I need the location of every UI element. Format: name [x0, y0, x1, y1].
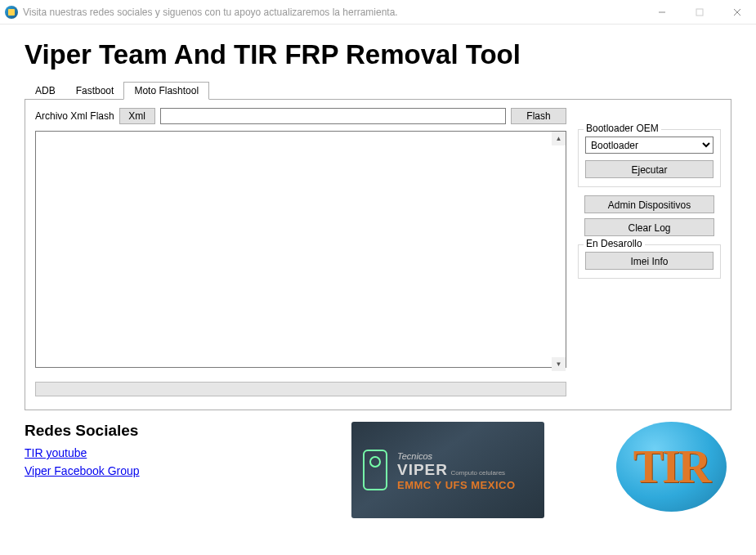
social-heading: Redes Sociales	[25, 422, 335, 440]
en-desarrollo-fieldset: En Desarollo Imei Info	[578, 244, 721, 279]
tab-moto-flashtool[interactable]: Moto Flashtool	[123, 82, 209, 100]
xml-path-input[interactable]	[160, 108, 506, 124]
window-titlebar: Visita nuestras redes sociales y sigueno…	[0, 0, 756, 25]
log-textarea[interactable]	[35, 131, 566, 368]
tir-logo-circle: TIR	[616, 422, 727, 512]
scroll-up-icon[interactable]: ▲	[552, 132, 566, 145]
banner-tecnicos: Tecnicos	[397, 451, 538, 461]
banner-sub: Computo celulares	[450, 469, 505, 477]
xml-button[interactable]: Xml	[119, 108, 155, 124]
window-title: Visita nuestras redes sociales y sigueno…	[23, 7, 643, 18]
tab-panel-moto: Archivo Xml Flash Xml Flash ▲ ▼ Bootload…	[25, 100, 731, 410]
bootloader-fieldset: Bootloader OEM Bootloader Ejecutar	[578, 129, 721, 187]
bootloader-select[interactable]: Bootloader	[585, 137, 714, 154]
tab-bar: ADB Fastboot Moto Flashtool	[25, 82, 731, 100]
link-viper-facebook[interactable]: Viper Facebook Group	[25, 464, 335, 477]
social-column: Redes Sociales TIR youtube Viper Faceboo…	[25, 422, 335, 482]
flash-button[interactable]: Flash	[511, 108, 566, 124]
tab-adb[interactable]: ADB	[25, 82, 66, 99]
imei-info-button[interactable]: Imei Info	[585, 252, 714, 270]
clear-log-button[interactable]: Clear Log	[584, 218, 714, 236]
progress-bar	[35, 382, 566, 396]
svg-rect-2	[696, 9, 703, 16]
tab-fastboot[interactable]: Fastboot	[65, 82, 125, 99]
scroll-down-icon[interactable]: ▼	[552, 357, 566, 371]
archive-label: Archivo Xml Flash	[35, 110, 114, 122]
tir-logo-container: TIR	[561, 422, 731, 512]
window-controls	[643, 0, 756, 24]
maximize-icon	[696, 8, 704, 16]
admin-dispositivos-button[interactable]: Admin Dispositivos	[584, 195, 714, 213]
log-area-wrap: ▲ ▼	[35, 131, 566, 375]
banner-emm: EMMC Y UFS MEXICO	[397, 479, 538, 491]
device-icon	[363, 450, 387, 490]
maximize-button[interactable]	[681, 0, 718, 24]
minimize-button[interactable]	[643, 0, 681, 24]
en-desarrollo-legend: En Desarollo	[584, 238, 645, 249]
banner-viper: VIPER	[397, 461, 448, 478]
tir-logo-text: TIR	[633, 441, 710, 493]
flash-left-column: Archivo Xml Flash Xml Flash ▲ ▼	[35, 108, 566, 396]
flash-right-column: Bootloader OEM Bootloader Ejecutar Admin…	[578, 108, 721, 396]
svg-rect-0	[8, 9, 15, 16]
link-tir-youtube[interactable]: TIR youtube	[25, 446, 335, 459]
app-icon	[5, 6, 18, 19]
minimize-icon	[658, 8, 666, 16]
app-title: Viper Team And TIR FRP Removal Tool	[25, 39, 731, 70]
bootloader-legend: Bootloader OEM	[584, 123, 661, 134]
close-icon	[733, 8, 741, 16]
viper-banner: Tecnicos VIPER Computo celulares EMMC Y …	[351, 422, 544, 518]
flash-toolbar: Archivo Xml Flash Xml Flash	[35, 108, 566, 124]
ejecutar-button[interactable]: Ejecutar	[585, 160, 714, 178]
close-button[interactable]	[718, 0, 756, 24]
footer: Redes Sociales TIR youtube Viper Faceboo…	[0, 410, 756, 518]
